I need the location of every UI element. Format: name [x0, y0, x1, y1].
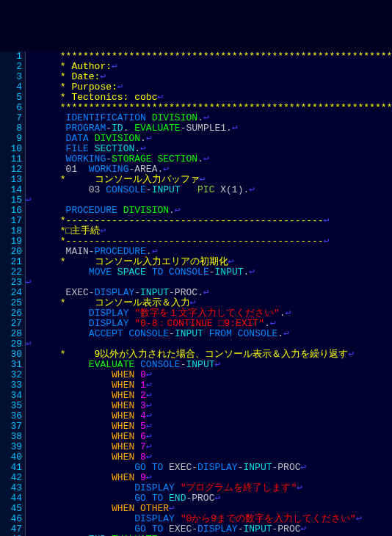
code-line[interactable]: ↩ [26, 339, 392, 350]
token: . [197, 153, 203, 164]
token: EXEC- [163, 524, 197, 535]
code-line[interactable]: WHEN 8↩ [26, 452, 392, 463]
token: 01 [26, 164, 89, 175]
token: INPUT [215, 267, 244, 278]
token [26, 400, 112, 411]
code-line[interactable]: ↩ [26, 195, 392, 206]
token [26, 359, 89, 370]
token: 8 [140, 452, 146, 463]
line-break-icon: ↩ [270, 318, 276, 329]
code-line[interactable]: WHEN 9↩ [26, 473, 392, 483]
line-break-icon: ↩ [26, 195, 32, 206]
token: -PROC [272, 462, 301, 473]
code-line[interactable]: WHEN 0↩ [26, 370, 392, 380]
code-line[interactable]: * Tectonics: cobc↩ [26, 93, 392, 103]
line-break-icon: ↩ [146, 369, 152, 380]
code-line[interactable]: *---------------------------------------… [26, 216, 392, 226]
code-line[interactable]: EXEC-DISPLAY-INPUT-PROC.↩ [26, 288, 392, 298]
code-line[interactable]: WHEN 1↩ [26, 380, 392, 391]
code-line[interactable]: 03 CONSOLE-INPUT PIC X(1).↩ [26, 185, 392, 195]
code-area[interactable]: ****************************************… [26, 51, 392, 536]
token: * Date: [26, 71, 100, 82]
code-line[interactable]: *---------------------------------------… [26, 236, 392, 247]
line-number: 31 [0, 360, 22, 370]
code-line[interactable]: * コンソール表示＆入力↩ [26, 298, 392, 308]
code-line[interactable]: WHEN 3↩ [26, 401, 392, 411]
token [134, 410, 140, 421]
token [134, 390, 140, 401]
token: "数字を１文字入力してください" [134, 308, 280, 319]
token: * Author: [26, 61, 112, 72]
line-number: 30 [0, 350, 22, 360]
token [26, 431, 112, 442]
code-line[interactable]: WHEN 4↩ [26, 411, 392, 421]
code-line[interactable]: WHEN 5↩ [26, 421, 392, 432]
token: OTHER [140, 503, 169, 514]
line-break-icon: ↩ [146, 133, 152, 144]
code-line[interactable]: PROGRAM-ID. EVALUATE-SUMPLE1.↩ [26, 123, 392, 134]
token [134, 380, 140, 391]
token: DISPLAY [197, 462, 238, 473]
code-line[interactable]: GO TO EXEC-DISPLAY-INPUT-PROC↩ [26, 463, 392, 473]
line-break-icon: ↩ [117, 82, 123, 93]
line-number: 13 [0, 175, 22, 185]
code-line[interactable]: DISPLAY "数字を１文字入力してください".↩ [26, 308, 392, 319]
token: WHEN [112, 431, 134, 442]
code-line[interactable]: ****************************************… [26, 51, 392, 62]
code-line[interactable]: WHEN OTHER↩ [26, 504, 392, 514]
token: PROCEDURE [66, 205, 117, 216]
code-line[interactable]: ****************************************… [26, 103, 392, 113]
code-line[interactable]: * コンソール入力バッファ↩ [26, 175, 392, 185]
code-line[interactable]: WHEN 2↩ [26, 391, 392, 401]
code-line[interactable]: WORKING-STORAGE SECTION.↩ [26, 154, 392, 164]
token [26, 441, 112, 452]
token: PIC [197, 184, 214, 195]
token: WHEN [112, 390, 134, 401]
line-number: 36 [0, 411, 22, 421]
code-line[interactable]: ACCEPT CONSOLE-INPUT FROM CONSOLE.↩ [26, 329, 392, 339]
line-break-icon: ↩ [146, 441, 152, 452]
line-break-icon: ↩ [356, 513, 362, 524]
code-line[interactable]: WHEN 7↩ [26, 442, 392, 452]
line-break-icon: ↩ [297, 482, 302, 493]
code-line[interactable]: MAIN-PROCEDURE.↩ [26, 247, 392, 257]
code-line[interactable]: *□主手続↩ [26, 226, 392, 236]
token: FILE [66, 143, 89, 154]
line-number: 35 [0, 401, 22, 411]
code-line[interactable]: GO TO EXEC-DISPLAY-INPUT-PROC↩ [26, 524, 392, 535]
line-number: 34 [0, 391, 22, 401]
code-line[interactable]: EVALUATE CONSOLE-INPUT↩ [26, 360, 392, 370]
token: DATA [66, 133, 89, 144]
code-line[interactable]: MOVE SPACE TO CONSOLE-INPUT.↩ [26, 267, 392, 278]
code-line[interactable]: * Purpose:↩ [26, 82, 392, 93]
code-line[interactable]: IDENTIFICATION DIVISION.↩ [26, 113, 392, 123]
code-line[interactable]: DATA DIVISION.↩ [26, 134, 392, 144]
code-line[interactable]: FILE SECTION.↩ [26, 144, 392, 154]
token: EXEC- [26, 287, 95, 298]
code-line[interactable]: * 9以外が入力された場合、コンソール表示＆入力を繰り返す↩ [26, 350, 392, 360]
token: -PROC [186, 493, 214, 504]
token: - [146, 184, 152, 195]
token: . [134, 143, 140, 154]
token: 1 [140, 380, 146, 391]
token: WHEN [112, 410, 134, 421]
token [26, 318, 89, 329]
code-line[interactable]: ↩ [26, 278, 392, 288]
line-break-icon: ↩ [301, 462, 307, 473]
code-line[interactable]: * Date:↩ [26, 72, 392, 82]
token: DIVISION [123, 205, 169, 216]
code-line[interactable]: PROCEDURE DIVISION.↩ [26, 206, 392, 216]
code-line[interactable]: GO TO END-PROC↩ [26, 493, 392, 504]
code-line[interactable]: * Author:↩ [26, 62, 392, 72]
line-break-icon: ↩ [100, 225, 106, 236]
code-line[interactable]: DISPLAY "0から9までの数字を入力してください"↩ [26, 514, 392, 524]
code-line[interactable]: DISPLAY "0-8：CONTINUE □9:EXIT".↩ [26, 319, 392, 329]
code-line[interactable]: * コンソール入力エリアの初期化↩ [26, 257, 392, 267]
code-line[interactable]: DISPLAY "プログラムを終了します"↩ [26, 483, 392, 493]
line-number: 29 [0, 339, 22, 350]
line-break-icon: ↩ [228, 256, 234, 267]
token: CONSOLE [169, 267, 209, 278]
line-break-icon: ↩ [26, 338, 32, 350]
code-line[interactable]: WHEN 6↩ [26, 432, 392, 442]
code-line[interactable]: 01 WORKING-AREA.↩ [26, 164, 392, 175]
